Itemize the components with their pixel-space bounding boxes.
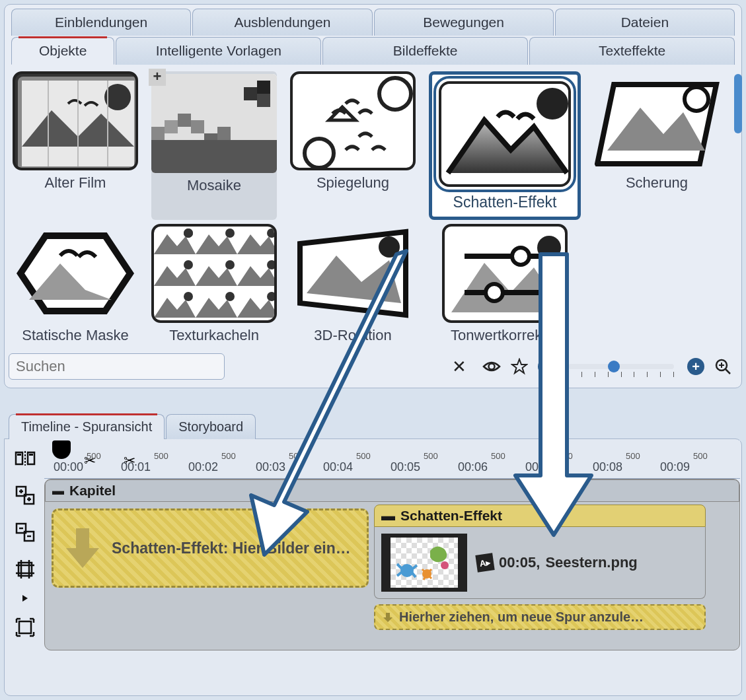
svg-rect-33 bbox=[17, 454, 21, 456]
effect-statische-maske[interactable]: Statische Maske bbox=[13, 224, 138, 344]
tab-bildeffekte[interactable]: Bildeffekte bbox=[322, 37, 528, 65]
chapter-header[interactable]: ▬ Kapitel bbox=[45, 479, 739, 502]
svg-rect-8 bbox=[165, 120, 178, 133]
chapter-title: Kapitel bbox=[69, 483, 116, 499]
playhead[interactable] bbox=[52, 440, 71, 459]
collapse-icon[interactable]: ▬ bbox=[52, 484, 64, 498]
effect-scherung[interactable]: Scherung bbox=[594, 71, 720, 220]
star-icon[interactable] bbox=[510, 357, 529, 376]
svg-rect-15 bbox=[257, 81, 270, 94]
ruler-label: 00:06 bbox=[458, 460, 488, 474]
zoom-out-button[interactable]: − bbox=[538, 358, 555, 375]
effect-schatten-effekt[interactable]: Schatten-Effekt bbox=[429, 71, 581, 220]
tool-split-icon[interactable] bbox=[13, 446, 38, 471]
effect-alter-film[interactable]: Alter Film bbox=[13, 71, 138, 220]
clip-thumbnail bbox=[381, 534, 467, 592]
svg-rect-12 bbox=[217, 127, 231, 140]
effect-tonwertkorrektur[interactable]: Tonwertkorrektur bbox=[429, 224, 581, 344]
zoom-in-button[interactable]: + bbox=[687, 358, 704, 375]
drop-zone[interactable]: Schatten-Effekt: Hier Bilder ein… bbox=[52, 508, 369, 588]
svg-rect-13 bbox=[151, 140, 277, 173]
ruler-sublabel: 500 bbox=[626, 451, 640, 461]
tab-ausblendungen[interactable]: Ausblendungen bbox=[192, 9, 372, 36]
arrow-down-icon bbox=[63, 525, 102, 571]
ruler-label: 00:04 bbox=[323, 460, 353, 474]
tool-remove-track-icon[interactable] bbox=[13, 520, 38, 545]
zoom-slider[interactable] bbox=[568, 364, 674, 369]
ruler-sublabel: 500 bbox=[424, 451, 438, 461]
top-tabs-row1: Einblendungen Ausblendungen Bewegungen D… bbox=[9, 9, 737, 36]
ruler-sublabel: 500 bbox=[221, 451, 236, 461]
svg-rect-34 bbox=[29, 454, 33, 456]
effects-scrollbar[interactable] bbox=[734, 74, 735, 341]
tab-dateien[interactable]: Dateien bbox=[555, 9, 735, 36]
tab-texteffekte[interactable]: Texteffekte bbox=[529, 37, 735, 65]
ruler-sublabel: 500 bbox=[356, 451, 371, 461]
svg-rect-9 bbox=[178, 114, 191, 127]
ruler-label: 00:09 bbox=[660, 460, 690, 474]
tool-play-icon[interactable] bbox=[13, 594, 38, 603]
drop-zone-text: Schatten-Effekt: Hier Bilder ein… bbox=[112, 540, 351, 557]
svg-line-30 bbox=[726, 369, 730, 374]
effect-label: Statische Maske bbox=[13, 327, 138, 344]
clear-icon[interactable]: ✕ bbox=[452, 357, 466, 377]
plus-icon: + bbox=[149, 69, 166, 86]
svg-point-18 bbox=[305, 139, 334, 168]
tool-add-track-icon[interactable] bbox=[13, 483, 38, 508]
effect-mosaike[interactable]: + Mosaike bbox=[151, 71, 277, 220]
new-track-hint[interactable]: Hierher ziehen, um neue Spur anzule… bbox=[374, 604, 706, 630]
ruler-label: 00:03 bbox=[256, 460, 285, 474]
effect-label: 3D-Rotation bbox=[290, 327, 416, 344]
effect-label: Scherung bbox=[594, 174, 720, 192]
clip-filename: Seestern.png bbox=[545, 554, 637, 571]
effect-label: Tonwertkorrektur bbox=[429, 327, 581, 344]
svg-point-48 bbox=[441, 561, 449, 569]
effect-label: Alter Film bbox=[13, 174, 138, 192]
svg-rect-7 bbox=[151, 127, 165, 140]
svg-point-28 bbox=[489, 364, 495, 370]
ruler-label: 00:01 bbox=[121, 460, 151, 474]
collapse-icon[interactable]: ▬ bbox=[381, 508, 395, 524]
tab-bewegungen[interactable]: Bewegungen bbox=[374, 9, 554, 36]
effect-label: Texturkacheln bbox=[151, 327, 277, 344]
tab-storyboard[interactable]: Storyboard bbox=[166, 414, 256, 439]
svg-point-25 bbox=[512, 248, 529, 265]
clip-header[interactable]: ▬ Schatten-Effekt bbox=[374, 505, 706, 527]
effect-3d-rotation[interactable]: 3D-Rotation bbox=[290, 224, 416, 344]
effect-texturkacheln[interactable]: Texturkacheln bbox=[151, 224, 277, 344]
tab-timeline[interactable]: Timeline - Spuransicht bbox=[9, 414, 165, 439]
tab-intelligente-vorlagen[interactable]: Intelligente Vorlagen bbox=[116, 37, 321, 65]
zoom-fit-icon[interactable] bbox=[714, 357, 732, 376]
new-track-text: Hierher ziehen, um neue Spur anzule… bbox=[399, 610, 644, 625]
tab-objekte[interactable]: Objekte bbox=[11, 37, 114, 65]
effect-label: Mosaike bbox=[151, 177, 277, 194]
ab-icon: A▸ bbox=[475, 553, 494, 572]
ruler-label: 00:08 bbox=[593, 460, 622, 474]
tab-einblendungen[interactable]: Einblendungen bbox=[11, 9, 191, 36]
ruler-sublabel: 500 bbox=[693, 451, 708, 461]
svg-point-27 bbox=[486, 284, 503, 301]
tool-fit-icon[interactable] bbox=[13, 615, 38, 640]
svg-point-17 bbox=[379, 78, 411, 110]
search-input[interactable] bbox=[9, 353, 225, 380]
eye-icon[interactable] bbox=[482, 357, 501, 376]
zoom-slider-thumb[interactable] bbox=[608, 361, 620, 372]
svg-point-19 bbox=[537, 88, 568, 120]
ruler-sublabel: 500 bbox=[289, 451, 303, 461]
effect-label: Spiegelung bbox=[290, 174, 416, 192]
scrollbar-thumb[interactable] bbox=[734, 74, 742, 133]
timeline-ruler[interactable]: ✂ ✂ 00:0000:0100:0200:0300:0400:0500:060… bbox=[44, 440, 740, 479]
svg-rect-10 bbox=[191, 120, 204, 133]
timeline-toolbar bbox=[6, 440, 44, 694]
svg-rect-45 bbox=[19, 621, 31, 633]
ruler-label: 00:07 bbox=[525, 460, 555, 474]
ruler-sublabel: 500 bbox=[87, 451, 101, 461]
ruler-sublabel: 500 bbox=[491, 451, 505, 461]
clip-title: Schatten-Effekt bbox=[400, 508, 502, 524]
tool-crop-icon[interactable] bbox=[13, 557, 38, 582]
svg-point-22 bbox=[379, 236, 400, 258]
effects-grid: Alter Film + bbox=[9, 65, 724, 351]
arrow-down-icon bbox=[382, 612, 394, 623]
effect-spiegelung[interactable]: Spiegelung bbox=[290, 71, 416, 220]
clip-body[interactable]: A▸ 00:05, Seestern.png bbox=[374, 527, 706, 599]
